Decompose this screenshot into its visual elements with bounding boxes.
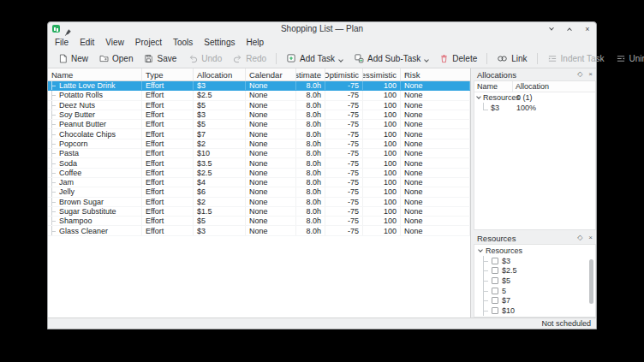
task-allocation-cell: $2.5 [194, 91, 246, 99]
allocations-column-allocation[interactable]: Allocation [513, 81, 595, 92]
resource-label: $2.5 [502, 266, 517, 275]
resource-checkbox[interactable] [492, 307, 498, 314]
add-task-button[interactable]: Add Task [281, 50, 348, 67]
task-row[interactable]: Soda Effort $3.5 None 8.0h -75 100 None [48, 158, 470, 168]
task-calendar-cell: None [246, 81, 296, 90]
menu-item[interactable]: Edit [80, 38, 94, 47]
column-header-calendar[interactable]: Calendar [246, 68, 296, 80]
task-pessimistic-cell: 100 [363, 217, 401, 225]
resource-item[interactable]: $2.5 [474, 266, 595, 276]
task-row[interactable]: Jelly Effort $6 None 8.0h -75 100 None [48, 187, 470, 197]
task-row[interactable]: Glass Cleaner Effort $3 None 8.0h -75 10… [48, 226, 470, 235]
task-row[interactable]: Coffee Effort $2.5 None 8.0h -75 100 Non… [48, 169, 470, 178]
save-button[interactable]: Save [139, 50, 182, 67]
expander-icon[interactable] [476, 94, 481, 99]
close-panel-icon[interactable]: × [588, 234, 593, 241]
task-name-cell: Coffee [48, 169, 142, 177]
task-row[interactable]: Soy Butter Effort $3 None 8.0h -75 100 N… [48, 110, 470, 120]
task-type-cell: Effort [142, 169, 194, 177]
task-row[interactable]: Latte Love Drink Effort $3 None 8.0h -75… [48, 81, 470, 91]
redo-button[interactable]: Redo [228, 50, 271, 67]
task-estimate-cell: 8.0h [296, 187, 325, 196]
column-header-type[interactable]: Type [142, 68, 194, 80]
titlebar[interactable]: Shopping List — Plan × [48, 22, 596, 35]
resources-scrollbar[interactable] [589, 259, 593, 304]
resources-root-row[interactable]: Resources [474, 245, 595, 256]
resource-item[interactable]: $7 [474, 295, 595, 306]
column-header-pessimistic[interactable]: Pessimistic [363, 68, 401, 80]
column-header-name[interactable]: Name [48, 68, 142, 80]
column-header-optimistic[interactable]: Optimistic [325, 68, 363, 80]
column-header-estimate[interactable]: Estimate [296, 68, 325, 80]
resource-label: $3 [502, 257, 510, 265]
menu-item[interactable]: Help [246, 38, 264, 47]
menu-item[interactable]: File [55, 38, 69, 47]
maximize-button[interactable] [565, 25, 574, 33]
task-estimate-cell: 8.0h [296, 110, 325, 119]
task-pessimistic-cell: 100 [363, 158, 401, 167]
resource-checkbox[interactable] [492, 288, 498, 294]
expander-icon[interactable] [478, 247, 483, 252]
close-button[interactable]: × [583, 25, 592, 33]
minimize-button[interactable] [547, 25, 556, 33]
undo-button[interactable]: Undo [183, 50, 227, 67]
task-row[interactable]: Pasta Effort $10 None 8.0h -75 100 None [48, 149, 470, 158]
task-row[interactable]: Peanut Butter Effort $5 None 8.0h -75 10… [48, 120, 470, 129]
resource-checkbox[interactable] [492, 258, 498, 264]
close-panel-icon[interactable]: × [588, 71, 593, 78]
unindent-task-button[interactable]: Unindent Task [611, 50, 644, 67]
task-estimate-cell: 8.0h [296, 226, 325, 234]
new-button[interactable]: New [53, 50, 93, 67]
task-row[interactable]: Jam Effort $4 None 8.0h -75 100 None [48, 178, 470, 187]
resource-item[interactable]: 5 [474, 286, 595, 296]
float-panel-icon[interactable]: ◇ [577, 234, 582, 241]
delete-button[interactable]: Delete [434, 50, 482, 67]
menu-item[interactable]: Tools [173, 38, 193, 47]
task-row[interactable]: Potatto Rolls Effort $2.5 None 8.0h -75 … [48, 91, 470, 100]
allocations-column-name[interactable]: Name [474, 81, 513, 92]
task-estimate-cell: 8.0h [296, 101, 325, 110]
task-row[interactable]: Chocolate Chips Effort $7 None 8.0h -75 … [48, 129, 470, 139]
indent-task-button[interactable]: Indent Task [542, 50, 610, 67]
plan-window: Shopping List — Plan × File Edit View Pr… [47, 21, 597, 329]
task-row[interactable]: Brown Sugar Effort $2 None 8.0h -75 100 … [48, 198, 470, 207]
task-estimate-cell: 8.0h [296, 178, 325, 187]
task-risk-cell: None [401, 169, 470, 177]
task-allocation-cell: $1.5 [194, 207, 246, 216]
column-header-allocation[interactable]: Allocation [194, 68, 246, 80]
resource-item[interactable]: $10 [474, 306, 595, 316]
plan-app-icon [52, 25, 60, 33]
column-header-risk[interactable]: Risk [401, 68, 470, 80]
link-chain-icon [497, 54, 508, 63]
task-pessimistic-cell: 100 [363, 120, 401, 128]
resource-item[interactable]: $5 [474, 276, 595, 286]
allocations-row-resources[interactable]: Resources 0 (1) [474, 92, 595, 103]
float-panel-icon[interactable]: ◇ [577, 71, 582, 78]
task-type-cell: Effort [142, 187, 194, 196]
task-row[interactable]: Deez Nuts Effort $5 None 8.0h -75 100 No… [48, 101, 470, 110]
new-document-icon [58, 54, 68, 63]
pin-icon[interactable] [63, 25, 72, 33]
menu-item[interactable]: Project [135, 38, 162, 47]
task-risk-cell: None [401, 81, 470, 90]
task-row[interactable]: Shampoo Effort $5 None 8.0h -75 100 None [48, 217, 470, 226]
task-optimistic-cell: -75 [325, 110, 363, 119]
task-optimistic-cell: -75 [325, 139, 363, 148]
allocations-row-resource-child[interactable]: $3 100% [474, 103, 595, 113]
resource-checkbox[interactable] [492, 297, 498, 304]
tree-branch-icon [483, 295, 491, 306]
add-sub-task-button[interactable]: Add Sub-Task [349, 50, 433, 67]
resource-checkbox[interactable] [492, 277, 498, 284]
menu-item[interactable]: View [105, 38, 124, 47]
menu-item[interactable]: Settings [204, 38, 235, 47]
resource-item[interactable]: $3 [474, 256, 595, 266]
task-pessimistic-cell: 100 [363, 81, 401, 90]
task-row[interactable]: Popcorn Effort $2 None 8.0h -75 100 None [48, 139, 470, 149]
resource-checkbox[interactable] [492, 267, 498, 274]
task-calendar-cell: None [246, 149, 296, 157]
tree-branch-icon [50, 226, 57, 234]
open-button[interactable]: Open [94, 50, 138, 67]
toolbar-separator [276, 53, 277, 64]
task-row[interactable]: Sugar Substitute Effort $1.5 None 8.0h -… [48, 207, 470, 217]
link-button[interactable]: Link [492, 50, 532, 67]
